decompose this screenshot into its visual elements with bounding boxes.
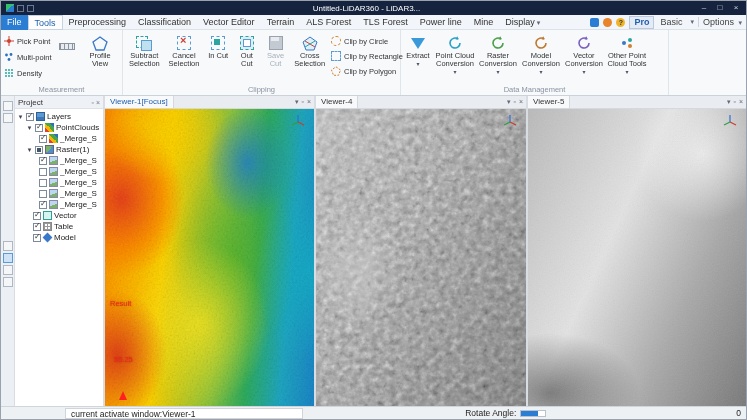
subtract-selection-button[interactable]: Subtract Selection: [126, 32, 163, 84]
checkbox[interactable]: [26, 113, 34, 121]
viewer-5-canvas[interactable]: [528, 109, 746, 408]
pin-icon[interactable]: ▫: [301, 98, 303, 106]
viewer-1-canvas[interactable]: Result 55.25: [105, 109, 314, 408]
close-icon[interactable]: ×: [96, 99, 100, 106]
close-icon[interactable]: ×: [739, 98, 743, 106]
menu-item-als-forest[interactable]: ALS Forest: [300, 15, 357, 30]
clip-by-circle-button[interactable]: Clip by Circle: [331, 34, 397, 48]
mode-pro-button[interactable]: Pro: [629, 16, 654, 29]
chevron-down-icon[interactable]: ▾: [295, 98, 299, 106]
checkbox[interactable]: [33, 212, 41, 220]
options-button[interactable]: Options ▾: [703, 17, 742, 27]
checkbox[interactable]: [39, 179, 47, 187]
account-icon[interactable]: [590, 18, 599, 27]
tree-item-merge-raster[interactable]: _Merge_S: [15, 177, 103, 188]
multi-point-button[interactable]: Multi-point: [4, 50, 56, 64]
viewer-1-tab[interactable]: Viewer-1[Focus]: [105, 96, 174, 108]
rotate-angle-slider[interactable]: [520, 410, 546, 417]
tree-item-merge-raster[interactable]: _Merge_S: [15, 155, 103, 166]
menu-item-tls-forest[interactable]: TLS Forest: [357, 15, 414, 30]
side-tool-window-icon[interactable]: [3, 101, 13, 111]
menu-item-mine[interactable]: Mine: [468, 15, 500, 30]
axis-gizmo-icon: [502, 113, 518, 129]
menu-item-vector-editor[interactable]: Vector Editor: [197, 15, 261, 30]
tree-item-pointclouds[interactable]: ▾ PointClouds: [15, 122, 103, 133]
tree-item-merge-pointcloud[interactable]: _Merge_S: [15, 133, 103, 144]
checkbox[interactable]: [39, 190, 47, 198]
subtract-selection-icon: [135, 35, 153, 51]
expand-arrow-icon[interactable]: ▾: [26, 146, 33, 154]
close-icon[interactable]: ×: [307, 98, 311, 106]
pin-icon[interactable]: ▫: [91, 99, 93, 106]
side-tool-layout-icon[interactable]: [3, 241, 13, 251]
density-button[interactable]: Density: [4, 66, 56, 80]
checkbox[interactable]: [33, 223, 41, 231]
checkbox[interactable]: [35, 146, 43, 154]
help-icon[interactable]: ?: [616, 18, 625, 27]
mode-basic-button[interactable]: Basic: [658, 17, 684, 27]
mode-chevron-icon[interactable]: ▾: [690, 18, 694, 26]
close-icon[interactable]: ×: [519, 98, 523, 106]
clip-by-polygon-button[interactable]: Clip by Polygon: [331, 64, 397, 78]
menu-item-classification[interactable]: Classification: [132, 15, 197, 30]
profile-view-button[interactable]: Profile View: [81, 32, 119, 84]
tree-item-merge-raster[interactable]: _Merge_S: [15, 188, 103, 199]
checkbox[interactable]: [39, 135, 47, 143]
menu-item-terrain[interactable]: Terrain: [261, 15, 301, 30]
checkbox[interactable]: [35, 124, 43, 132]
tree-item-vector[interactable]: Vector: [15, 210, 103, 221]
menu-item-power-line[interactable]: Power line: [414, 15, 468, 30]
raster-conversion-button[interactable]: Raster Conversion ▾: [478, 32, 518, 84]
vector-conversion-button[interactable]: Vector Conversion ▾: [564, 32, 604, 84]
menu-item-file[interactable]: File: [1, 15, 28, 30]
tree-item-model[interactable]: Model: [15, 232, 103, 243]
tree-item-merge-raster[interactable]: _Merge_S: [15, 199, 103, 210]
tree-label: Raster(1): [56, 145, 89, 154]
tree-item-raster[interactable]: ▾ Raster(1): [15, 144, 103, 155]
cross-selection-button[interactable]: Cross Selection: [291, 32, 328, 84]
checkbox[interactable]: [33, 234, 41, 242]
cancel-selection-button[interactable]: Cancel Selection: [166, 32, 203, 84]
chevron-down-icon[interactable]: ▾: [727, 98, 731, 106]
viewer-4-tab[interactable]: Viewer-4: [316, 96, 358, 108]
chevron-down-icon[interactable]: ▾: [507, 98, 511, 106]
extract-button[interactable]: Extract ▾: [404, 32, 432, 84]
model-conversion-button[interactable]: Model Conversion ▾: [521, 32, 561, 84]
density-icon: [4, 68, 14, 78]
minimize-button[interactable]: –: [696, 1, 712, 15]
menu-item-tools[interactable]: Tools: [28, 15, 63, 30]
clip-by-rectangle-button[interactable]: Clip by Rectangle: [331, 49, 397, 63]
menu-item-display[interactable]: Display▾: [499, 15, 546, 30]
point-cloud-conversion-button[interactable]: Point Cloud Conversion ▾: [435, 32, 475, 84]
store-icon[interactable]: [603, 18, 612, 27]
checkbox[interactable]: [39, 168, 47, 176]
viewer-5-tab[interactable]: Viewer-5: [528, 96, 570, 108]
viewer-4-canvas[interactable]: [316, 109, 526, 408]
side-tool-panel-icon[interactable]: [3, 113, 13, 123]
slider-fill[interactable]: [521, 411, 538, 416]
maximize-button[interactable]: □: [712, 1, 728, 15]
tree-item-layers[interactable]: ▾ Layers: [15, 111, 103, 122]
quick-undo-icon[interactable]: [27, 5, 34, 12]
menu-item-preprocessing[interactable]: Preprocessing: [63, 15, 133, 30]
save-cut-button[interactable]: Save Cut: [263, 32, 289, 84]
side-tool-2d-icon[interactable]: [3, 253, 13, 263]
tree-item-merge-raster[interactable]: _Merge_S: [15, 166, 103, 177]
side-tool-3d-icon[interactable]: [3, 265, 13, 275]
other-point-cloud-tools-button[interactable]: Other Point Cloud Tools ▾: [607, 32, 647, 84]
quick-save-icon[interactable]: [17, 5, 24, 12]
close-button[interactable]: ×: [728, 1, 744, 15]
pick-point-button[interactable]: Pick Point: [4, 34, 56, 48]
expand-arrow-icon[interactable]: ▾: [26, 124, 33, 132]
pin-icon[interactable]: ▫: [513, 98, 515, 106]
axis-gizmo-icon: [722, 113, 738, 129]
checkbox[interactable]: [39, 201, 47, 209]
tree-item-table[interactable]: Table: [15, 221, 103, 232]
side-tool-link-icon[interactable]: [3, 277, 13, 287]
expand-arrow-icon[interactable]: ▾: [17, 113, 24, 121]
checkbox[interactable]: [39, 157, 47, 165]
ruler-icon[interactable]: [59, 43, 75, 50]
out-cut-button[interactable]: Out Cut: [234, 32, 260, 84]
in-cut-button[interactable]: In Cut: [205, 32, 231, 84]
pin-icon[interactable]: ▫: [733, 98, 735, 106]
